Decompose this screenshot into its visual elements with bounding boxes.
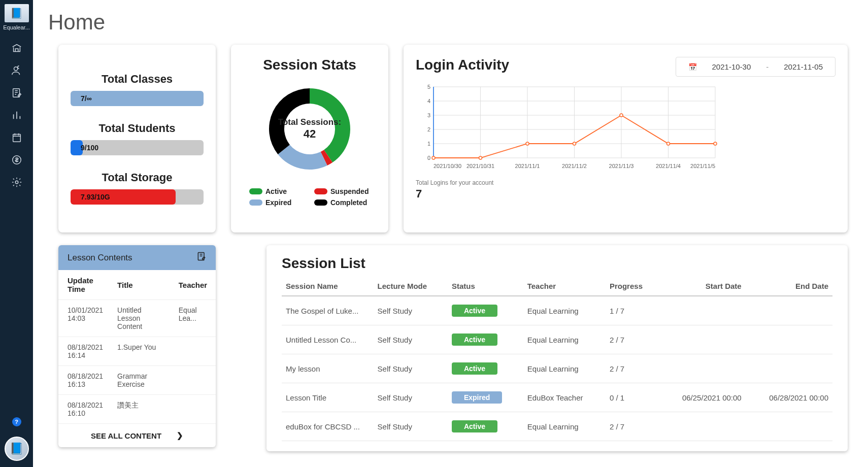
date-range-separator: - — [766, 62, 769, 71]
legend-label-expired: Expired — [265, 198, 291, 207]
svg-text:2021/11/4: 2021/11/4 — [656, 163, 681, 169]
cell-title: Untitled Lesson Content — [108, 300, 170, 337]
donut-center-label: Total Sessions: — [278, 117, 341, 127]
cell-session-name: Lesson Title — [282, 383, 374, 412]
th-progress: Progress — [606, 277, 659, 296]
cell-update-time: 08/18/2021 16:13 — [58, 366, 108, 395]
th-teacher: Teacher — [170, 270, 216, 300]
cell-teacher — [170, 337, 216, 366]
table-row[interactable]: Untitled Lesson Co...Self StudyActiveEqu… — [282, 325, 832, 354]
cell-start-date: 06/25/2021 00:00 — [658, 383, 745, 412]
table-row[interactable]: 08/18/2021 16:10讚美主 — [58, 395, 216, 424]
th-status: Status — [448, 277, 523, 296]
cell-teacher — [170, 395, 216, 424]
table-row[interactable]: eduBox for CBCSD ...Self StudyActiveEqua… — [282, 412, 832, 441]
th-end-date: End Date — [746, 277, 832, 296]
session-list-title: Session List — [282, 255, 832, 272]
cell-teacher: Equal Learning — [523, 325, 606, 354]
cell-lecture-mode: Self Study — [374, 354, 448, 383]
login-activity-card: Login Activity 📅 2021-10-30 - 2021-11-05… — [404, 45, 848, 232]
svg-point-33 — [479, 156, 482, 159]
main-content: Home Total Classes 7/∞ Total Students 9/… — [33, 0, 868, 467]
th-start-date: Start Date — [658, 277, 745, 296]
table-row[interactable]: The Gospel of Luke...Self StudyActiveEqu… — [282, 296, 832, 325]
see-all-content-button[interactable]: SEE ALL CONTENT ❯ — [58, 424, 216, 447]
cell-start-date — [658, 354, 745, 383]
total-classes-label: Total Classes — [71, 73, 204, 86]
login-activity-title: Login Activity — [416, 57, 509, 73]
page-title: Home — [48, 10, 848, 35]
table-row[interactable]: Lesson TitleSelf StudyExpiredEduBox Teac… — [282, 383, 832, 412]
cell-end-date — [746, 412, 832, 441]
nav-calendar-icon[interactable] — [11, 132, 22, 143]
legend-swatch-expired — [249, 199, 262, 206]
status-badge: Active — [452, 305, 497, 317]
table-row[interactable]: 08/18/2021 16:141.Super You — [58, 337, 216, 366]
nav-edit-icon[interactable] — [11, 87, 22, 98]
cell-end-date — [746, 354, 832, 383]
status-badge: Active — [452, 333, 497, 346]
cell-status: Active — [448, 296, 523, 325]
svg-point-37 — [667, 142, 670, 145]
nav-billing-icon[interactable] — [11, 154, 22, 165]
avatar[interactable]: 📘 — [5, 437, 29, 461]
cell-end-date — [746, 325, 832, 354]
date-range-picker[interactable]: 📅 2021-10-30 - 2021-11-05 — [676, 57, 836, 77]
svg-text:2021/11/1: 2021/11/1 — [515, 163, 540, 169]
legend-label-completed: Completed — [330, 198, 367, 207]
svg-point-36 — [620, 114, 623, 117]
svg-text:1: 1 — [427, 141, 430, 147]
table-row[interactable]: 10/01/2021 14:03Untitled Lesson ContentE… — [58, 300, 216, 337]
cell-teacher: Equal Learning — [523, 412, 606, 441]
legend-swatch-suspended — [314, 188, 327, 194]
total-classes-bar: 7/∞ — [71, 91, 204, 106]
cell-end-date — [746, 296, 832, 325]
cell-update-time: 08/18/2021 16:14 — [58, 337, 108, 366]
cell-end-date: 06/28/2021 00:00 — [746, 383, 832, 412]
nav-institution-icon[interactable] — [11, 43, 22, 54]
cell-lecture-mode: Self Study — [374, 412, 448, 441]
see-all-label: SEE ALL CONTENT — [91, 431, 161, 440]
help-icon[interactable]: ? — [12, 417, 21, 426]
svg-point-4 — [15, 181, 18, 184]
legend-swatch-active — [249, 188, 262, 194]
cell-teacher: EduBox Teacher — [523, 383, 606, 412]
total-students-label: Total Students — [71, 122, 204, 135]
brand-logo[interactable]: 📘 — [5, 4, 29, 22]
cell-session-name: My lesson — [282, 354, 374, 383]
cell-teacher — [170, 366, 216, 395]
date-range-end: 2021-11-05 — [784, 62, 823, 71]
cell-session-name: The Gospel of Luke... — [282, 296, 374, 325]
nav-settings-icon[interactable] — [11, 177, 22, 188]
total-students-bar: 9/100 — [71, 140, 204, 155]
cell-start-date — [658, 296, 745, 325]
cell-status: Expired — [448, 383, 523, 412]
chevron-right-icon: ❯ — [177, 431, 183, 440]
th-teacher: Teacher — [523, 277, 606, 296]
table-row[interactable]: 08/18/2021 16:13Grammar Exercise — [58, 366, 216, 395]
session-list-card: Session List Session Name Lecture Mode S… — [266, 245, 848, 451]
brand-name: Equalear... — [2, 24, 32, 30]
svg-text:2: 2 — [427, 126, 430, 132]
table-row[interactable]: My lessonSelf StudyActiveEqual Learning2… — [282, 354, 832, 383]
session-stats-legend: Active Suspended Expired Completed — [243, 187, 376, 207]
svg-text:2021/10/31: 2021/10/31 — [466, 163, 494, 169]
cell-lecture-mode: Self Study — [374, 296, 448, 325]
lesson-contents-title: Lesson Contents — [68, 253, 132, 263]
nav-users-icon[interactable] — [11, 65, 22, 76]
cell-progress: 2 / 7 — [606, 354, 659, 383]
svg-text:2021/11/5: 2021/11/5 — [690, 163, 715, 169]
status-badge: Active — [452, 420, 497, 432]
status-badge: Expired — [452, 391, 502, 404]
edit-icon[interactable] — [196, 251, 207, 264]
svg-point-34 — [526, 142, 529, 145]
cell-lecture-mode: Self Study — [374, 325, 448, 354]
nav-reports-icon[interactable] — [11, 110, 22, 121]
legend-label-suspended: Suspended — [330, 187, 369, 195]
calendar-icon: 📅 — [688, 63, 697, 71]
cell-teacher: Equal Lea... — [170, 300, 216, 337]
cell-teacher: Equal Learning — [523, 354, 606, 383]
total-storage-value: 7.93/10G — [71, 189, 204, 205]
th-session-name: Session Name — [282, 277, 374, 296]
th-lecture-mode: Lecture Mode — [374, 277, 448, 296]
